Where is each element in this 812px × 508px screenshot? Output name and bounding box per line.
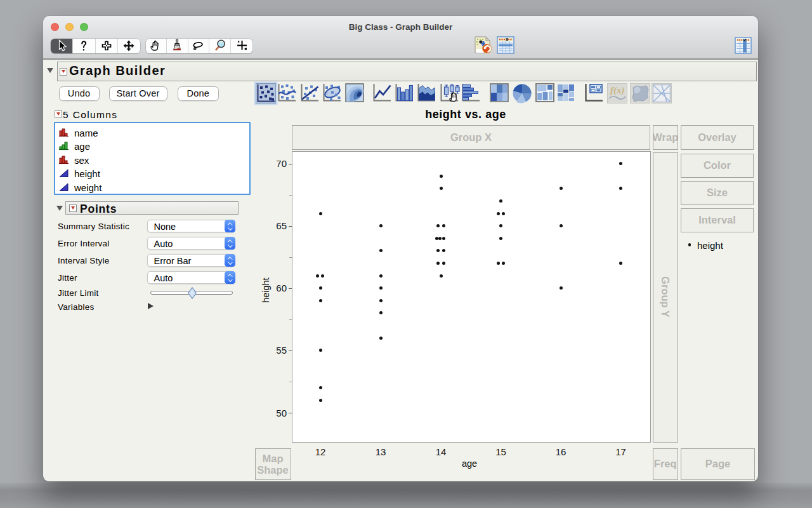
svg-text:f(x): f(x) — [610, 85, 625, 96]
